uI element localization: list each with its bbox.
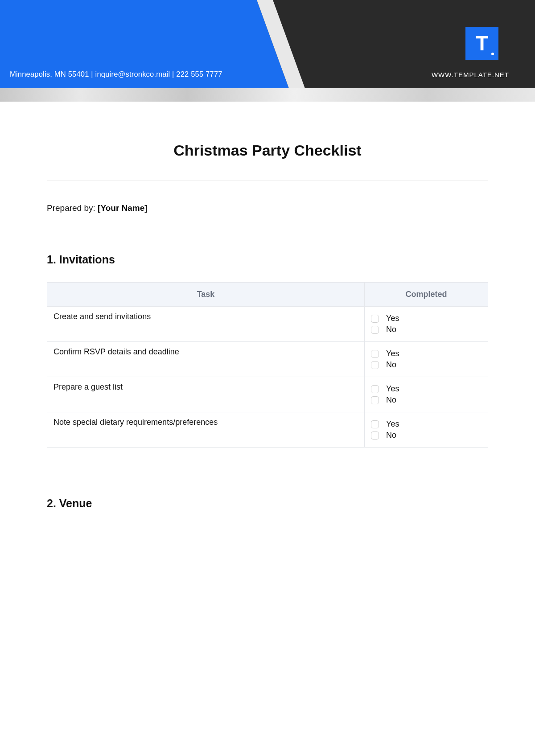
logo-letter: T xyxy=(476,33,488,53)
checkbox-label: No xyxy=(386,431,396,440)
prepared-by-value: [Your Name] xyxy=(98,203,148,213)
task-column-header: Task xyxy=(47,283,365,307)
checkbox-option[interactable]: No xyxy=(371,360,482,370)
title-divider xyxy=(47,181,488,181)
checkbox-label: Yes xyxy=(386,314,399,323)
task-cell: Prepare a guest list xyxy=(47,377,365,412)
checkbox-icon[interactable] xyxy=(371,396,379,404)
logo-dot-icon xyxy=(491,53,494,55)
document-header: T Minneapolis, MN 55401 | inquire@stronk… xyxy=(0,0,535,88)
prepared-by-label: Prepared by: xyxy=(47,203,98,213)
completed-cell: YesNo xyxy=(365,342,488,377)
logo: T xyxy=(465,27,498,60)
checkbox-option[interactable]: No xyxy=(371,395,482,405)
header-metallic-bar xyxy=(0,88,535,102)
checkbox-label: Yes xyxy=(386,384,399,394)
checkbox-option[interactable]: Yes xyxy=(371,314,482,323)
checkbox-option[interactable]: No xyxy=(371,431,482,440)
checkbox-label: No xyxy=(386,360,396,370)
checkbox-label: Yes xyxy=(386,419,399,429)
task-cell: Create and send invitations xyxy=(47,307,365,342)
checkbox-icon[interactable] xyxy=(371,385,379,393)
checkbox-icon[interactable] xyxy=(371,420,379,428)
completed-cell: YesNo xyxy=(365,307,488,342)
completed-column-header: Completed xyxy=(365,283,488,307)
checkbox-icon[interactable] xyxy=(371,350,379,358)
checkbox-label: No xyxy=(386,325,396,334)
checkbox-label: Yes xyxy=(386,349,399,358)
checkbox-icon[interactable] xyxy=(371,361,379,369)
table-row: Confirm RSVP details and deadlineYesNo xyxy=(47,342,488,377)
table-row: Note special dietary requirements/prefer… xyxy=(47,412,488,448)
checkbox-label: No xyxy=(386,395,396,405)
checkbox-icon[interactable] xyxy=(371,431,379,440)
checkbox-option[interactable]: No xyxy=(371,325,482,334)
table-row: Create and send invitationsYesNo xyxy=(47,307,488,342)
header-contact-info: Minneapolis, MN 55401 | inquire@stronkco… xyxy=(10,70,222,78)
section-heading: 1. Invitations xyxy=(47,253,488,266)
checkbox-option[interactable]: Yes xyxy=(371,349,482,358)
checkbox-option[interactable]: Yes xyxy=(371,384,482,394)
section-heading: 2. Venue xyxy=(47,497,488,510)
checklist-table: TaskCompletedCreate and send invitations… xyxy=(47,282,488,448)
task-cell: Note special dietary requirements/prefer… xyxy=(47,412,365,448)
table-row: Prepare a guest listYesNo xyxy=(47,377,488,412)
section-divider xyxy=(47,470,488,470)
checkbox-option[interactable]: Yes xyxy=(371,419,482,429)
checkbox-icon[interactable] xyxy=(371,315,379,323)
header-website-url: WWW.TEMPLATE.NET xyxy=(432,71,509,78)
checkbox-icon[interactable] xyxy=(371,326,379,334)
page-title: Christmas Party Checklist xyxy=(47,142,488,159)
document-body: Christmas Party Checklist Prepared by: [… xyxy=(0,102,535,510)
completed-cell: YesNo xyxy=(365,412,488,448)
task-cell: Confirm RSVP details and deadline xyxy=(47,342,365,377)
completed-cell: YesNo xyxy=(365,377,488,412)
prepared-by-row: Prepared by: [Your Name] xyxy=(47,203,488,213)
